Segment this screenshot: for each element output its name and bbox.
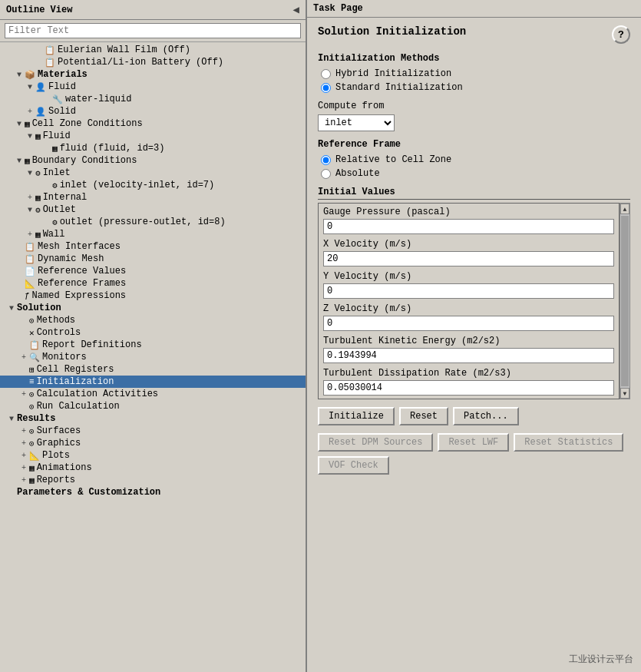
tree-label-monitors: Monitors — [42, 352, 87, 362]
absolute-label: Absolute — [335, 168, 380, 179]
scroll-up-arrow[interactable]: ▲ — [620, 204, 629, 214]
tree-toggle-solid-mat[interactable]: + — [25, 108, 35, 116]
tree-item-eulerian-wall[interactable]: 📋Eulerian Wall Film (Off) — [0, 44, 306, 56]
tree-toggle-animations[interactable]: + — [18, 464, 29, 472]
tree-item-cell-registers[interactable]: ⊞Cell Registers — [0, 363, 306, 376]
tree-toggle-wall[interactable]: + — [25, 230, 35, 239]
left-panel: Outline View ◀ 📋Eulerian Wall Film (Off)… — [0, 0, 307, 672]
initialize-button[interactable]: Initialize — [318, 407, 395, 425]
tree-item-run-calculation[interactable]: ⊙Run Calculation — [0, 400, 306, 412]
standard-radio-row[interactable]: Standard Initialization — [321, 82, 630, 93]
tree-item-plots[interactable]: +📐Plots — [0, 449, 306, 462]
help-button[interactable]: ? — [612, 25, 630, 44]
scroll-thumb[interactable] — [621, 216, 629, 386]
tree-item-fluid-mat[interactable]: ▼👤Fluid — [0, 81, 306, 93]
task-page-title: Task Page — [313, 3, 363, 14]
tree-icon-water-liquid: 🔧 — [52, 94, 63, 104]
tree-item-fluid-id3[interactable]: ▦fluid (fluid, id=3) — [0, 142, 306, 154]
tree-toggle-fluid-mat[interactable]: ▼ — [25, 83, 35, 91]
tree-item-outlet-pressure[interactable]: ⚙outlet (pressure-outlet, id=8) — [0, 216, 306, 228]
collapse-arrow[interactable]: ◀ — [293, 3, 299, 16]
initial-values-scrollbar[interactable]: ▲ ▼ — [620, 203, 630, 399]
tree-label-eulerian-wall: Eulerian Wall Film (Off) — [58, 45, 190, 55]
tree-item-results[interactable]: ▼Results — [0, 412, 306, 425]
tree-label-fluid-mat: Fluid — [48, 81, 76, 92]
scroll-down-arrow[interactable]: ▼ — [620, 388, 629, 399]
field-input-0[interactable] — [323, 219, 614, 234]
tree-item-internal[interactable]: +▦Internal — [0, 191, 306, 204]
tree-item-methods[interactable]: ⊙Methods — [0, 314, 306, 326]
tree-label-run-calculation: Run Calculation — [37, 401, 120, 412]
tree-toggle-monitors[interactable]: + — [18, 353, 29, 362]
patch-button[interactable]: Patch... — [453, 407, 519, 425]
field-input-4[interactable] — [323, 348, 614, 363]
tree-toggle-graphics[interactable]: + — [18, 439, 29, 448]
tree-toggle-fluid-cz[interactable]: ▼ — [25, 132, 35, 141]
tree-item-potential-li[interactable]: 📋Potential/Li-ion Battery (Off) — [0, 56, 306, 68]
field-label-2: Y Velocity (m/s) — [323, 271, 614, 282]
tree-item-water-liquid[interactable]: 🔧water-liquid — [0, 93, 306, 105]
absolute-radio-row[interactable]: Absolute — [321, 168, 630, 179]
tree-toggle-reports[interactable]: + — [18, 476, 29, 485]
tree-item-wall[interactable]: +▦Wall — [0, 228, 306, 240]
field-input-1[interactable] — [323, 251, 614, 266]
reset-lwf-button: Reset LWF — [438, 433, 509, 452]
tree-label-named-expressions: Named Expressions — [32, 290, 126, 301]
tree-toggle-plots[interactable]: + — [18, 452, 29, 460]
tree-item-surfaces[interactable]: +⊙Surfaces — [0, 425, 306, 437]
tree-item-solid-mat[interactable]: +👤Solid — [0, 105, 306, 118]
compute-from-select[interactable]: inlet outlet all-zones — [318, 114, 395, 131]
tree-item-controls[interactable]: ✕Controls — [0, 326, 306, 339]
tree-item-calc-activities[interactable]: +⊙Calculation Activities — [0, 388, 306, 400]
field-input-3[interactable] — [323, 316, 614, 331]
standard-radio[interactable] — [321, 83, 331, 93]
hybrid-radio[interactable] — [321, 69, 331, 79]
tree-toggle-materials[interactable]: ▼ — [14, 71, 25, 79]
hybrid-radio-row[interactable]: Hybrid Initialization — [321, 68, 630, 79]
field-label-1: X Velocity (m/s) — [323, 239, 614, 250]
tree-item-report-definitions[interactable]: 📋Report Definitions — [0, 339, 306, 351]
tree-icon-report-definitions: 📋 — [29, 340, 40, 350]
tree-item-parameters[interactable]: Parameters & Customization — [0, 486, 306, 498]
field-input-2[interactable] — [323, 283, 614, 299]
tree-item-monitors[interactable]: +🔍Monitors — [0, 351, 306, 363]
tree-item-boundary[interactable]: ▼▦Boundary Conditions — [0, 154, 306, 167]
tree-toggle-outlet[interactable]: ▼ — [25, 206, 35, 214]
tree-item-materials[interactable]: ▼📦Materials — [0, 68, 306, 81]
tree-toggle-surfaces[interactable]: + — [18, 427, 29, 435]
tree-item-reference-values[interactable]: 📄Reference Values — [0, 265, 306, 277]
tree-toggle-inlet[interactable]: ▼ — [25, 169, 35, 177]
tree-item-solution[interactable]: ▼Solution — [0, 302, 306, 314]
field-input-5[interactable] — [323, 380, 614, 396]
tree-toggle-cell-zone[interactable]: ▼ — [14, 120, 25, 128]
init-methods-label: Initialization Methods — [318, 53, 630, 64]
relative-radio-row[interactable]: Relative to Cell Zone — [321, 154, 630, 165]
filter-input[interactable] — [5, 23, 301, 38]
tree-item-cell-zone[interactable]: ▼▦Cell Zone Conditions — [0, 118, 306, 130]
tree-label-calc-activities: Calculation Activities — [37, 389, 158, 399]
relative-radio[interactable] — [321, 155, 331, 165]
tree-item-mesh-interfaces[interactable]: 📋Mesh Interfaces — [0, 240, 306, 253]
tree-item-inlet-vel[interactable]: ⚙inlet (velocity-inlet, id=7) — [0, 179, 306, 191]
tree-item-graphics[interactable]: +⊙Graphics — [0, 437, 306, 449]
tree-item-dynamic-mesh[interactable]: 📋Dynamic Mesh — [0, 253, 306, 265]
field-label-0: Gauge Pressure (pascal) — [323, 207, 614, 217]
tree-item-reports[interactable]: +▦Reports — [0, 474, 306, 486]
tree-item-reference-frames[interactable]: 📐Reference Frames — [0, 277, 306, 290]
tree-item-inlet[interactable]: ▼⚙Inlet — [0, 167, 306, 179]
tree-toggle-results[interactable]: ▼ — [6, 415, 17, 423]
tree-toggle-boundary[interactable]: ▼ — [14, 157, 25, 165]
tree-item-animations[interactable]: +▦Animations — [0, 462, 306, 474]
tree-icon-internal: ▦ — [35, 193, 41, 203]
tree-label-inlet: Inlet — [43, 167, 71, 178]
tree-toggle-internal[interactable]: + — [25, 194, 35, 202]
tree-item-fluid-cz[interactable]: ▼▦Fluid — [0, 130, 306, 142]
tree-item-named-expressions[interactable]: ƒNamed Expressions — [0, 290, 306, 302]
reset-button[interactable]: Reset — [399, 407, 448, 425]
tree-item-initialization[interactable]: ≡Initialization — [0, 376, 306, 388]
absolute-radio[interactable] — [321, 169, 331, 179]
tree-label-wall: Wall — [43, 229, 65, 240]
tree-toggle-solution[interactable]: ▼ — [6, 304, 17, 313]
tree-item-outlet[interactable]: ▼⚙Outlet — [0, 204, 306, 216]
tree-toggle-calc-activities[interactable]: + — [18, 390, 29, 399]
